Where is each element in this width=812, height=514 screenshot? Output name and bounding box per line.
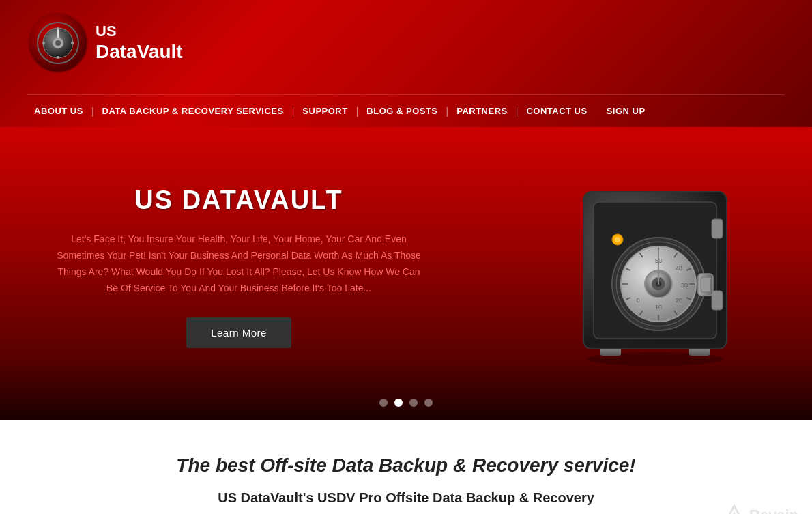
nav-partners[interactable]: PARTNERS [450,103,514,119]
svg-rect-16 [712,291,723,310]
svg-text:0: 0 [636,297,639,304]
nav-sep-3: | [355,106,360,117]
revain-watermark: Revain [723,504,798,514]
svg-text:10: 10 [655,304,662,311]
svg-point-6 [71,42,74,44]
hero-title: US DATAVAULT [55,186,423,215]
nav-blog[interactable]: BLOG & POSTS [360,103,444,119]
logo-icon [27,12,89,74]
nav-sep-2: | [291,106,296,117]
nav-sep-1: | [90,106,96,117]
nav-sep-5: | [514,106,520,117]
hero-section: US DATAVAULT Let's Face It, You Insure Y… [0,127,812,420]
nav-contact[interactable]: CONTACT US [519,103,594,119]
safe-illustration: 50 40 30 20 10 0 [563,171,747,362]
nav-sep-4: | [445,106,450,117]
nav-support[interactable]: SUPPORT [295,103,354,119]
nav-services[interactable]: DATA BACKUP & RECOVERY SERVICES [96,103,291,119]
slider-dot-3[interactable] [409,399,418,407]
svg-point-8 [55,40,61,46]
hero-content: US DATAVAULT Let's Face It, You Insure Y… [55,186,423,347]
svg-text:20: 20 [676,297,682,304]
nav-signup[interactable]: SIGN UP [600,103,652,119]
logo-area[interactable]: US DataVault [27,12,785,74]
svg-point-4 [57,56,59,59]
svg-rect-15 [712,219,723,238]
hero-body: Let's Face It, You Insure Your Health, Y… [55,231,423,296]
svg-point-5 [42,42,45,44]
bottom-subtitle: US DataVault's USDV Pro Offsite Data Bac… [55,490,757,506]
bottom-title: The best Off-site Data Backup & Recovery… [55,455,757,476]
svg-rect-45 [701,277,710,292]
svg-point-18 [615,237,620,242]
learn-more-button[interactable]: Learn More [186,317,291,348]
logo-text: US DataVault [96,23,183,63]
slider-dot-1[interactable] [379,399,388,407]
slider-dot-2[interactable] [394,399,403,407]
svg-text:40: 40 [676,265,682,272]
slider-dots [379,399,433,407]
main-nav: ABOUT US | DATA BACKUP & RECOVERY SERVIC… [27,94,785,127]
nav-about-us[interactable]: ABOUT US [27,103,90,119]
slider-dot-4[interactable] [424,399,433,407]
svg-text:30: 30 [681,282,688,289]
bottom-section: The best Off-site Data Backup & Recovery… [0,420,812,514]
hero-image: 50 40 30 20 10 0 [553,171,757,362]
